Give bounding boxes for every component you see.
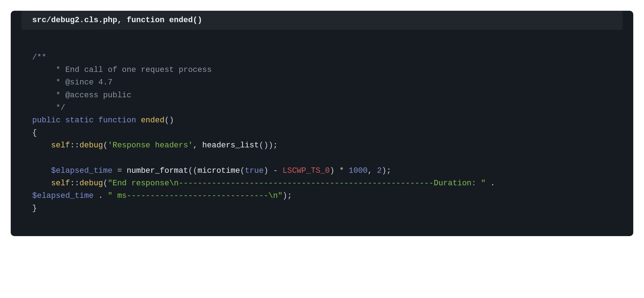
double-colon: :: xyxy=(70,141,79,150)
comma: , xyxy=(367,166,377,175)
method-debug: debug xyxy=(79,141,103,150)
paren-open: ( xyxy=(193,166,197,175)
concat-op: . xyxy=(94,191,108,200)
number-literal: 2 xyxy=(377,166,382,175)
paren-close: ) xyxy=(169,116,174,125)
semicolon: ; xyxy=(386,166,391,175)
paren-open: ( xyxy=(165,116,169,125)
comma: , xyxy=(193,141,202,150)
double-colon: :: xyxy=(70,179,79,188)
keyword-static: static xyxy=(65,116,93,125)
keyword-public: public xyxy=(32,116,60,125)
code-header: src/debug2.cls.php, function ended() xyxy=(21,11,623,30)
comment-line: * End call of one request process xyxy=(32,65,212,74)
indent xyxy=(32,166,51,175)
paren-close: ) xyxy=(382,166,386,175)
minus-op: - xyxy=(268,166,283,175)
paren-open: ( xyxy=(259,141,264,150)
func-call: headers_list xyxy=(202,141,259,150)
func-call: number_format xyxy=(127,166,188,175)
code-body[interactable]: /** * End call of one request process * … xyxy=(11,30,633,236)
indent xyxy=(32,179,51,188)
func-call: microtime xyxy=(197,166,240,175)
paren-open: ( xyxy=(103,141,108,150)
paren-open: ( xyxy=(103,179,108,188)
constant: LSCWP_TS_0 xyxy=(283,166,330,175)
keyword-function: function xyxy=(98,116,136,125)
comment-open: /** xyxy=(32,53,47,62)
paren-close: ) xyxy=(330,166,335,175)
brace-close: } xyxy=(32,204,37,213)
code-block: src/debug2.cls.php, function ended() /**… xyxy=(11,11,633,236)
paren-close: ) xyxy=(264,166,268,175)
indent xyxy=(32,141,51,150)
self-keyword: self xyxy=(51,179,70,188)
variable: $elapsed_time xyxy=(32,191,94,200)
bool-literal: true xyxy=(245,166,264,175)
variable: $elapsed_time xyxy=(51,166,113,175)
self-keyword: self xyxy=(51,141,70,150)
semicolon: ; xyxy=(287,191,292,200)
assign-op: = xyxy=(112,166,127,175)
comment-line: * @access public xyxy=(32,91,131,100)
string-literal: 'Response headers' xyxy=(108,141,193,150)
paren-close: ) xyxy=(268,141,273,150)
paren-open: ( xyxy=(188,166,193,175)
string-literal: "End response\n-------------------------… xyxy=(108,179,486,188)
concat-op: . xyxy=(486,179,500,188)
mul-op: * xyxy=(335,166,349,175)
method-debug: debug xyxy=(79,179,103,188)
semicolon: ; xyxy=(273,141,278,150)
string-literal: " ms------------------------------\n" xyxy=(108,191,282,200)
number-literal: 1000 xyxy=(349,166,368,175)
comment-close: */ xyxy=(32,103,65,112)
paren-close: ) xyxy=(264,141,268,150)
comment-line: * @since 4.7 xyxy=(32,78,112,87)
paren-close: ) xyxy=(283,191,287,200)
function-name: ended xyxy=(141,116,165,125)
paren-open: ( xyxy=(240,166,245,175)
brace-open: { xyxy=(32,128,37,137)
